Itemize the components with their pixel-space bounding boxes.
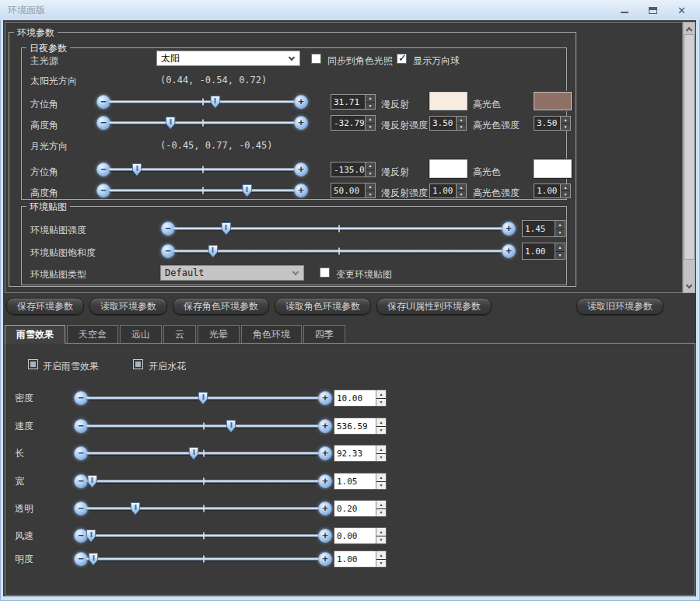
moon-elevation-spinner[interactable]: 50.00▲▼ bbox=[331, 183, 376, 198]
spin-value[interactable]: 1.00 bbox=[334, 551, 376, 567]
spin-up-icon[interactable]: ▲ bbox=[376, 501, 386, 508]
value-spinner[interactable]: 0.00▲▼ bbox=[334, 527, 387, 544]
spin-up-icon[interactable]: ▲ bbox=[457, 117, 466, 123]
spin-value[interactable]: 1.00 bbox=[430, 184, 456, 197]
slider-handle[interactable] bbox=[198, 392, 208, 405]
spin-value[interactable]: 536.59 bbox=[334, 418, 376, 434]
slider-plus-button[interactable]: + bbox=[318, 501, 332, 515]
moon-specular-swatch[interactable] bbox=[534, 159, 572, 178]
tab-1[interactable]: 天空盒 bbox=[67, 325, 118, 343]
spin-down-icon[interactable]: ▼ bbox=[376, 426, 386, 435]
slider-track[interactable] bbox=[109, 101, 296, 103]
slider-track[interactable] bbox=[86, 558, 320, 561]
slider-plus-button[interactable]: + bbox=[318, 552, 332, 566]
value-spinner[interactable]: 0.20▲▼ bbox=[334, 500, 387, 517]
spin-down-icon[interactable]: ▼ bbox=[561, 123, 570, 130]
slider-track[interactable] bbox=[109, 122, 296, 124]
scroll-up-icon[interactable] bbox=[684, 23, 695, 34]
sun-azimuth-slider[interactable]: −+ bbox=[96, 94, 308, 110]
slider-track[interactable] bbox=[173, 228, 503, 230]
slider[interactable]: −+ bbox=[74, 444, 332, 463]
sun-azimuth-spinner[interactable]: 31.71▲▼ bbox=[331, 94, 376, 110]
spin-value[interactable]: -32.79 bbox=[331, 116, 365, 130]
spin-value[interactable]: 1.05 bbox=[334, 473, 376, 489]
slider-plus-button[interactable]: + bbox=[318, 391, 332, 405]
chevron-down-icon[interactable] bbox=[288, 272, 303, 274]
spin-value[interactable]: 0.20 bbox=[334, 501, 376, 516]
slider-track[interactable] bbox=[86, 508, 320, 510]
scrollbar-thumb[interactable] bbox=[684, 34, 695, 260]
sync-to-character-checkbox[interactable] bbox=[311, 54, 321, 64]
spin-up-icon[interactable]: ▲ bbox=[366, 183, 375, 190]
tab-2[interactable]: 远山 bbox=[120, 325, 162, 343]
tab-0[interactable]: 雨雪效果 bbox=[5, 325, 65, 343]
spin-value[interactable]: 3.50 bbox=[534, 117, 560, 130]
slider-handle[interactable] bbox=[208, 245, 218, 258]
spin-value[interactable]: 10.00 bbox=[334, 390, 376, 406]
slider[interactable]: −+ bbox=[74, 389, 332, 407]
tab-4[interactable]: 光晕 bbox=[198, 325, 240, 343]
spin-value[interactable]: 0.00 bbox=[334, 528, 376, 543]
value-spinner[interactable]: 92.33▲▼ bbox=[334, 445, 387, 462]
moon-azimuth-slider[interactable]: −+ bbox=[96, 162, 308, 177]
spin-down-icon[interactable]: ▼ bbox=[457, 123, 466, 130]
spin-down-icon[interactable]: ▼ bbox=[366, 169, 375, 177]
vertical-scrollbar[interactable] bbox=[683, 22, 695, 293]
spin-value[interactable]: 31.71 bbox=[331, 95, 365, 109]
spin-down-icon[interactable]: ▼ bbox=[376, 398, 386, 407]
spin-down-icon[interactable]: ▼ bbox=[555, 229, 565, 237]
slider-track[interactable] bbox=[86, 397, 320, 400]
moon-diffuse-intensity-spinner[interactable]: 1.00▲▼ bbox=[429, 183, 467, 198]
slider-plus-button[interactable]: + bbox=[318, 529, 332, 543]
moon-diffuse-swatch[interactable] bbox=[429, 159, 467, 178]
moon-specular-intensity-spinner[interactable]: 1.00▲▼ bbox=[534, 183, 571, 198]
spin-value[interactable]: 50.00 bbox=[331, 183, 365, 197]
spin-up-icon[interactable]: ▲ bbox=[366, 162, 375, 169]
slider-track[interactable] bbox=[86, 535, 320, 537]
sun-diffuse-swatch[interactable] bbox=[429, 92, 467, 110]
scroll-down-icon[interactable] bbox=[684, 281, 695, 292]
slider-handle[interactable] bbox=[87, 475, 97, 488]
spin-up-icon[interactable]: ▲ bbox=[457, 184, 466, 190]
minimize-icon[interactable] bbox=[621, 12, 628, 13]
slider-track[interactable] bbox=[109, 190, 296, 192]
spin-up-icon[interactable]: ▲ bbox=[376, 551, 386, 559]
action-button[interactable]: 读取旧环境参数 bbox=[576, 298, 663, 315]
slider-handle[interactable] bbox=[189, 447, 199, 460]
slider[interactable]: −+ bbox=[74, 499, 332, 518]
close-icon[interactable]: ✕ bbox=[677, 5, 686, 16]
action-button[interactable]: 读取角色环境参数 bbox=[275, 298, 371, 315]
slider-handle[interactable] bbox=[210, 96, 220, 109]
slider-track[interactable] bbox=[109, 169, 296, 171]
spin-down-icon[interactable]: ▼ bbox=[376, 453, 386, 462]
slider-plus-button[interactable]: + bbox=[318, 446, 332, 460]
spin-down-icon[interactable]: ▼ bbox=[376, 508, 386, 517]
slider-plus-button[interactable]: + bbox=[294, 183, 308, 197]
action-button[interactable]: 读取环境参数 bbox=[89, 298, 167, 315]
spin-value[interactable]: 1.00 bbox=[534, 184, 560, 197]
sun-diffuse-intensity-spinner[interactable]: 3.50▲▼ bbox=[429, 116, 467, 131]
chevron-down-icon[interactable] bbox=[284, 58, 299, 60]
slider-handle[interactable] bbox=[89, 553, 99, 566]
slider-handle[interactable] bbox=[221, 222, 231, 236]
spin-up-icon[interactable]: ▲ bbox=[555, 221, 565, 229]
spin-up-icon[interactable]: ▲ bbox=[555, 243, 565, 251]
slider-track[interactable] bbox=[86, 425, 320, 428]
spin-down-icon[interactable]: ▼ bbox=[366, 102, 375, 110]
spin-up-icon[interactable]: ▲ bbox=[366, 116, 375, 123]
slider-handle[interactable] bbox=[131, 502, 141, 515]
spin-value[interactable]: -135.00 bbox=[331, 162, 365, 176]
slider-track[interactable] bbox=[86, 452, 320, 455]
value-spinner[interactable]: 1.05▲▼ bbox=[334, 473, 387, 490]
spin-up-icon[interactable]: ▲ bbox=[561, 117, 570, 123]
titlebar[interactable]: 环境面版 ✕ bbox=[0, 0, 700, 20]
action-button[interactable]: 保存环境参数 bbox=[6, 298, 84, 315]
slider-plus-button[interactable]: + bbox=[502, 222, 516, 236]
tab-6[interactable]: 四季 bbox=[303, 325, 345, 343]
slider-plus-button[interactable]: + bbox=[294, 95, 308, 109]
sun-elevation-slider[interactable]: −+ bbox=[96, 115, 308, 131]
env-map-intensity-slider[interactable]: −+ bbox=[161, 221, 516, 236]
slider-handle[interactable] bbox=[226, 420, 236, 433]
spin-down-icon[interactable]: ▼ bbox=[376, 536, 386, 544]
tab-3[interactable]: 云 bbox=[163, 325, 196, 343]
